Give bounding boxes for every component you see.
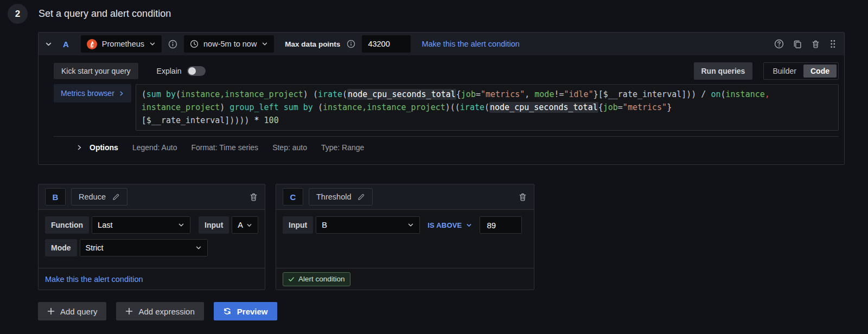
rename-threshold-button[interactable]: Threshold [309,188,373,205]
collapse-chevron-down-icon[interactable] [45,41,52,48]
page-title: Set a query and alert condition [39,8,171,20]
max-data-points-info-icon[interactable] [347,40,355,48]
reduce-input-value: A [238,221,243,229]
step-header: 2 Set a query and alert condition [0,0,868,24]
threshold-input-value: B [322,221,327,229]
legend-stat: Legend: Auto [132,143,177,152]
expression-refid: B [45,188,66,205]
metrics-browser-label: Metrics browser [61,89,114,98]
metrics-browser-button[interactable]: Metrics browser [54,84,131,102]
query-editor-panel: A Prometheus now-5m to now Max data poin… [38,32,845,165]
datasource-info-icon[interactable] [168,40,177,49]
max-data-points-input[interactable]: 43200 [362,35,411,53]
explain-toggle[interactable] [187,66,206,76]
promql-code-editor[interactable]: (sum by(instance,instance_project) (irat… [136,84,839,131]
make-alert-condition-link[interactable]: Make this the alert condition [45,275,143,284]
mode-label: Mode [45,239,77,256]
chevron-right-icon [119,91,124,97]
step-stat: Step: auto [272,143,307,152]
time-range-select[interactable]: now-5m to now [184,35,274,53]
chevron-right-icon [76,144,82,151]
code-line: (sum by(instance,instance_project) (irat… [142,88,833,101]
clock-icon [190,40,199,48]
builder-mode-option[interactable]: Builder [765,65,803,78]
editor-mode-switch: Builder Code [763,62,839,80]
chevron-down-icon [246,222,252,228]
chevron-down-icon [466,222,472,228]
threshold-input-select[interactable]: B [316,216,420,234]
code-mode-option[interactable]: Code [803,65,837,78]
add-expression-label: Add expression [138,307,194,316]
datasource-value: Prometheus [102,40,144,48]
threshold-title: Threshold [316,192,351,201]
trash-icon[interactable] [518,192,527,202]
chevron-down-icon [178,222,184,228]
make-alert-condition-link[interactable]: Make this the alert condition [422,40,520,48]
step-number-badge: 2 [8,4,28,24]
function-value: Last [98,221,112,229]
prometheus-icon [87,39,97,49]
chevron-down-icon [407,222,414,228]
add-query-label: Add query [60,307,97,316]
explain-label: Explain [157,67,182,75]
mode-select[interactable]: Strict [80,239,208,256]
mode-value: Strict [86,243,104,252]
pencil-icon [357,193,365,201]
query-toolbar: Kick start your query Explain Run querie… [54,61,839,81]
type-stat: Type: Range [321,143,364,152]
function-label: Function [45,216,89,234]
code-line: [$__rate_interval])))) * 100 [142,114,833,127]
help-icon[interactable] [774,39,784,49]
reduce-title: Reduce [79,192,106,201]
threshold-value-input[interactable]: 89 [480,216,522,234]
drag-handle-icon[interactable] [829,39,837,49]
threshold-expression-panel: C Threshold Input B IS ABOVE 89 [276,184,534,290]
max-data-points-label: Max data points [285,40,340,48]
preview-label: Preview [237,307,268,316]
chevron-down-icon [149,41,156,47]
alert-condition-badge: Alert condition [283,272,350,286]
reduce-input-select[interactable]: A [232,216,258,234]
condition-select[interactable]: IS ABOVE [427,221,472,229]
chevron-down-icon [261,41,268,47]
preview-button[interactable]: Preview [214,302,277,320]
query-refid: A [63,40,69,49]
chevron-down-icon [195,245,202,251]
input-label: Input [283,216,313,234]
plus-icon [125,307,133,315]
kick-start-query-button[interactable]: Kick start your query [54,63,138,79]
condition-value: IS ABOVE [427,221,462,229]
duplicate-icon[interactable] [793,39,802,49]
reduce-expression-panel: B Reduce Function Last Input A [38,184,265,290]
query-header-actions [774,39,837,49]
alert-condition-badge-label: Alert condition [298,275,345,283]
plus-icon [47,307,55,315]
options-label: Options [90,143,118,152]
run-queries-button[interactable]: Run queries [694,62,753,80]
pencil-icon [112,193,120,201]
datasource-select[interactable]: Prometheus [81,35,162,53]
refresh-icon [223,307,232,316]
function-select[interactable]: Last [92,216,190,234]
threshold-panel-header: C Threshold [276,184,534,210]
code-line: instance_project) group_left sum by (ins… [142,101,833,114]
trash-icon[interactable] [249,192,258,202]
time-range-value: now-5m to now [203,40,257,48]
options-toggle[interactable]: Options [76,143,118,152]
reduce-panel-header: B Reduce [39,184,265,210]
trash-icon[interactable] [811,40,820,49]
query-options-row: Options Legend: Auto Format: Time series… [54,136,839,158]
format-stat: Format: Time series [191,143,258,152]
query-header-row: A Prometheus now-5m to now Max data poin… [39,33,844,55]
add-expression-button[interactable]: Add expression [116,302,203,320]
toggle-knob [188,67,196,75]
add-query-button[interactable]: Add query [38,302,106,320]
input-label: Input [199,216,229,234]
rename-reduce-button[interactable]: Reduce [71,188,127,205]
expression-refid: C [283,188,303,205]
bottom-actions: Add query Add expression Preview [38,302,868,320]
check-icon [288,276,295,282]
